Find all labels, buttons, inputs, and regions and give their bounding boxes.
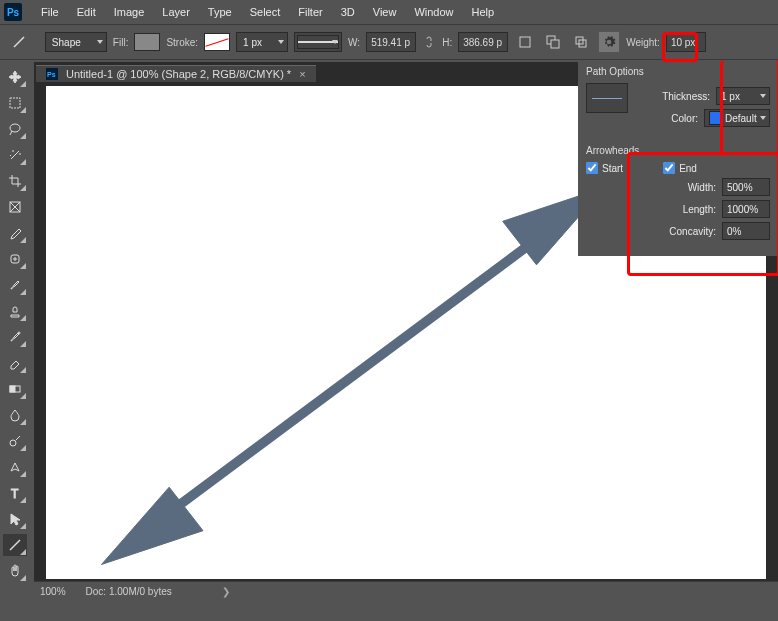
svg-line-18 xyxy=(164,236,541,516)
geometry-options-gear-icon[interactable] xyxy=(598,31,620,53)
arrow-width-field[interactable]: 500% xyxy=(722,178,770,196)
app-logo: Ps xyxy=(4,3,22,21)
svg-rect-6 xyxy=(10,98,20,108)
document-tab-title: Untitled-1 @ 100% (Shape 2, RGB/8/CMYK) … xyxy=(66,68,291,80)
start-checkbox[interactable] xyxy=(586,162,598,174)
menu-file[interactable]: File xyxy=(32,3,68,21)
status-bar: 100% Doc: 1.00M/0 bytes ❯ xyxy=(34,581,778,601)
stroke-swatch[interactable] xyxy=(204,33,230,51)
svg-line-0 xyxy=(14,37,24,47)
thickness-label: Thickness: xyxy=(662,91,710,102)
svg-point-10 xyxy=(18,332,20,334)
menu-3d[interactable]: 3D xyxy=(332,3,364,21)
tools-panel: T xyxy=(0,62,30,601)
tool-mode-dropdown[interactable]: Shape xyxy=(45,32,107,52)
stroke-label: Stroke: xyxy=(166,37,198,48)
lasso-tool[interactable] xyxy=(3,118,27,140)
stroke-style-line xyxy=(297,35,339,49)
menu-type[interactable]: Type xyxy=(199,3,241,21)
color-swatch-icon xyxy=(709,111,723,125)
link-icon[interactable] xyxy=(422,33,436,51)
healing-tool[interactable] xyxy=(3,248,27,270)
path-align-icon[interactable] xyxy=(514,31,536,53)
menubar: Ps File Edit Image Layer Type Select Fil… xyxy=(0,0,778,24)
width-field[interactable]: 519.41 p xyxy=(366,32,416,52)
arrow-width-label: Width: xyxy=(688,182,716,193)
svg-text:Ps: Ps xyxy=(47,71,56,78)
frame-tool[interactable] xyxy=(3,196,27,218)
move-tool[interactable] xyxy=(3,66,27,88)
path-arrange-icon[interactable] xyxy=(542,31,564,53)
pen-tool[interactable] xyxy=(3,456,27,478)
line-tool-icon xyxy=(8,31,30,53)
arrowheads-heading: Arrowheads xyxy=(586,145,770,156)
path-operations-icon[interactable] xyxy=(570,31,592,53)
weight-label: Weight: xyxy=(626,37,660,48)
thickness-dropdown[interactable]: 1 px xyxy=(716,87,770,105)
end-checkbox[interactable] xyxy=(663,162,675,174)
menu-image[interactable]: Image xyxy=(105,3,154,21)
height-field[interactable]: 386.69 p xyxy=(458,32,508,52)
gradient-tool[interactable] xyxy=(3,378,27,400)
arrow-concavity-field[interactable]: 0% xyxy=(722,222,770,240)
marquee-tool[interactable] xyxy=(3,92,27,114)
zoom-readout[interactable]: 100% xyxy=(40,586,66,597)
weight-field[interactable]: 10 px xyxy=(666,32,706,52)
svg-rect-3 xyxy=(551,40,559,48)
color-dropdown[interactable]: Default xyxy=(704,109,770,127)
start-label: Start xyxy=(602,163,623,174)
end-label: End xyxy=(679,163,697,174)
arrow-length-label: Length: xyxy=(683,204,716,215)
stamp-tool[interactable] xyxy=(3,300,27,322)
svg-text:T: T xyxy=(11,487,19,500)
menu-view[interactable]: View xyxy=(364,3,406,21)
start-checkbox-row[interactable]: Start xyxy=(586,162,623,174)
path-options-heading: Path Options xyxy=(586,66,770,77)
eraser-tool[interactable] xyxy=(3,352,27,374)
type-tool[interactable]: T xyxy=(3,482,27,504)
status-menu-icon[interactable]: ❯ xyxy=(222,586,230,597)
color-label: Color: xyxy=(671,113,698,124)
svg-point-13 xyxy=(10,440,16,446)
color-value: Default xyxy=(725,113,757,124)
close-icon[interactable]: × xyxy=(299,68,305,80)
shape-tool[interactable] xyxy=(3,534,27,556)
doc-size-readout: Doc: 1.00M/0 bytes xyxy=(86,586,172,597)
svg-line-15 xyxy=(10,540,20,550)
stroke-style-dropdown[interactable] xyxy=(294,32,342,52)
w-label: W: xyxy=(348,37,360,48)
fill-label: Fill: xyxy=(113,37,129,48)
hand-tool[interactable] xyxy=(3,560,27,582)
h-label: H: xyxy=(442,37,452,48)
menu-select[interactable]: Select xyxy=(241,3,290,21)
document-tab[interactable]: Ps Untitled-1 @ 100% (Shape 2, RGB/8/CMY… xyxy=(36,65,316,82)
path-thumbnail xyxy=(586,83,628,113)
menu-edit[interactable]: Edit xyxy=(68,3,105,21)
menu-help[interactable]: Help xyxy=(463,3,504,21)
menu-layer[interactable]: Layer xyxy=(153,3,199,21)
brush-tool[interactable] xyxy=(3,274,27,296)
svg-rect-12 xyxy=(10,386,15,392)
history-brush-tool[interactable] xyxy=(3,326,27,348)
ps-doc-icon: Ps xyxy=(46,68,58,80)
options-bar: | Shape Fill: Stroke: 1 px W: 519.41 p H… xyxy=(0,24,778,60)
end-checkbox-row[interactable]: End xyxy=(663,162,697,174)
crop-tool[interactable] xyxy=(3,170,27,192)
svg-point-7 xyxy=(10,124,20,132)
fill-swatch[interactable] xyxy=(134,33,160,51)
geometry-options-flyout: Path Options Thickness: 1 px Color: Defa… xyxy=(578,60,778,256)
arrow-length-field[interactable]: 1000% xyxy=(722,200,770,218)
menu-window[interactable]: Window xyxy=(405,3,462,21)
menu-filter[interactable]: Filter xyxy=(289,3,331,21)
stroke-size-dropdown[interactable]: 1 px xyxy=(236,32,288,52)
arrow-concavity-label: Concavity: xyxy=(669,226,716,237)
blur-tool[interactable] xyxy=(3,404,27,426)
svg-rect-1 xyxy=(520,37,530,47)
dodge-tool[interactable] xyxy=(3,430,27,452)
magic-wand-tool[interactable] xyxy=(3,144,27,166)
path-select-tool[interactable] xyxy=(3,508,27,530)
eyedropper-tool[interactable] xyxy=(3,222,27,244)
